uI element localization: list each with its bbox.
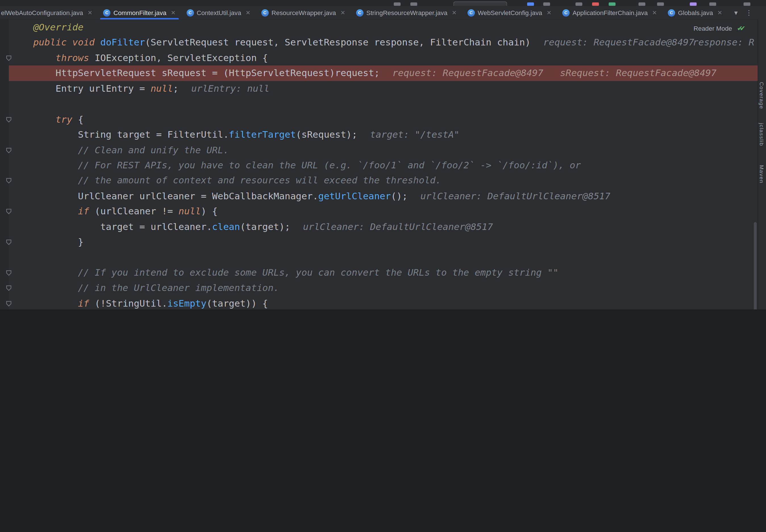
code-line[interactable]: Entry urlEntry = null;urlEntry: null (0, 81, 758, 96)
scrollbar-thumb[interactable] (754, 222, 757, 309)
code-text: // Clean and unify the URL. (33, 144, 229, 155)
toolbar-icon-fragment[interactable] (410, 3, 417, 6)
toolbar-icon-fragment[interactable] (710, 3, 716, 6)
editor-tab[interactable]: CWebServletConfig.java✕ (462, 6, 557, 20)
toolbar-icon-fragment[interactable] (543, 3, 550, 6)
gutter-marker-icon[interactable] (5, 239, 12, 246)
gutter-marker-icon[interactable] (5, 177, 12, 184)
code-line[interactable] (0, 250, 758, 265)
code-line[interactable]: UrlCleaner urlCleaner = WebCallbackManag… (0, 188, 758, 204)
code-text: HttpServletRequest sRequest = (HttpServl… (33, 68, 717, 78)
main-toolbar-clipped (0, 0, 766, 6)
toolbar-icon-fragment[interactable] (394, 3, 401, 6)
code-line[interactable]: try { (0, 112, 758, 127)
tool-window-button-jclasslib[interactable]: jclasslib (759, 123, 765, 146)
code-line[interactable]: // the amount of context and resources w… (0, 173, 758, 188)
code-text: // If you intend to exclude some URLs, y… (33, 267, 558, 278)
close-tab-icon[interactable]: ✕ (652, 9, 657, 16)
code-text: // in the UrlCleaner implementation. (33, 282, 279, 293)
editor-tab[interactable]: CGlobals.java✕ (662, 6, 728, 20)
editor-tab[interactable]: CResourceWrapper.java✕ (256, 6, 351, 20)
code-line[interactable]: throws IOException, ServletException { (0, 50, 758, 66)
code-line[interactable] (0, 96, 758, 112)
toolbar-icon-fragment[interactable] (576, 3, 582, 6)
code-line[interactable]: target = urlCleaner.clean(target);urlCle… (0, 219, 758, 234)
code-text: @Override (33, 22, 83, 32)
inspections-ok-icon[interactable]: ✔✔ (737, 24, 746, 32)
editor-tab[interactable]: CApplicationFilterChain.java✕ (557, 6, 662, 20)
debugger-inline-hint: request: RequestFacade@8497 (543, 37, 694, 48)
toolbar-icon-fragment[interactable] (639, 3, 645, 6)
debugger-inline-hint: target: "/testA" (370, 129, 459, 140)
java-class-icon: C (103, 9, 110, 16)
code-line[interactable]: if (!StringUtil.isEmpty(target)) { (0, 296, 758, 309)
toolbar-icon-fragment[interactable] (609, 3, 616, 6)
code-line[interactable]: public void doFilter(ServletRequest requ… (0, 35, 758, 50)
more-options-icon[interactable]: ⋮ (746, 9, 752, 17)
editor-tabs: elWebAutoConfiguration.java✕CCommonFilte… (0, 6, 729, 20)
close-tab-icon[interactable]: ✕ (717, 9, 722, 16)
debugger-inline-hint: urlEntry: null (191, 83, 269, 94)
code-text: if (urlCleaner != null) { (33, 206, 218, 216)
tab-label: StringResourceWrapper.java (366, 9, 447, 16)
gutter-marker-icon[interactable] (5, 147, 12, 154)
code-text: UrlCleaner urlCleaner = WebCallbackManag… (33, 190, 610, 201)
code-editor[interactable]: @Overridepublic void doFilter(ServletReq… (0, 20, 758, 309)
reader-mode-widget: Reader Mode ✔✔ (694, 24, 746, 32)
java-class-icon: C (261, 9, 269, 16)
code-line[interactable]: HttpServletRequest sRequest = (HttpServl… (0, 66, 758, 81)
tab-label: ApplicationFilterChain.java (572, 9, 648, 16)
chevron-down-icon[interactable]: ▾ (734, 9, 738, 17)
code-text: // For REST APIs, you have to clean the … (33, 160, 581, 170)
gutter-marker-icon[interactable] (5, 116, 12, 123)
toolbar-icon-fragment[interactable] (592, 3, 599, 6)
editor-tab[interactable]: CCommonFilter.java✕ (98, 6, 181, 20)
reader-mode-label[interactable]: Reader Mode (694, 25, 732, 32)
tool-window-button-maven[interactable]: Maven (759, 165, 765, 183)
toolbar-icon-fragment[interactable] (690, 3, 697, 6)
editor-tab-bar: elWebAutoConfiguration.java✕CCommonFilte… (0, 6, 758, 20)
tool-window-button-coverage[interactable]: Coverage (759, 82, 765, 109)
gutter-marker-icon[interactable] (5, 300, 12, 307)
code-line[interactable]: String target = FilterUtil.filterTarget(… (0, 127, 758, 142)
tab-label: elWebAutoConfiguration.java (1, 9, 83, 16)
code-text: } (33, 236, 83, 247)
editor-tab[interactable]: CStringResourceWrapper.java✕ (351, 6, 462, 20)
gutter-marker-icon[interactable] (5, 285, 12, 292)
java-class-icon: C (668, 9, 675, 16)
code-line[interactable]: // For REST APIs, you have to clean the … (0, 158, 758, 173)
debugger-inline-hint: response: R (693, 35, 754, 50)
toolbar-icon-fragment[interactable] (657, 3, 664, 6)
code-text: public void doFilter(ServletRequest requ… (33, 37, 694, 48)
code-line[interactable]: } (0, 234, 758, 250)
toolbar-icon-fragment[interactable] (744, 3, 750, 6)
code-text: target = urlCleaner.clean(target);urlCle… (33, 221, 493, 232)
editor-tab[interactable]: CContextUtil.java✕ (181, 6, 256, 20)
toolbar-icon-fragment[interactable] (527, 3, 534, 6)
editor-tab[interactable]: elWebAutoConfiguration.java✕ (0, 6, 98, 20)
tab-label: CommonFilter.java (113, 9, 166, 16)
code-text: Entry urlEntry = null;urlEntry: null (33, 83, 269, 94)
close-tab-icon[interactable]: ✕ (246, 9, 250, 16)
code-line[interactable]: @Override (0, 20, 758, 35)
gutter-marker-icon[interactable] (5, 269, 12, 276)
tab-label: Globals.java (678, 9, 713, 16)
gutter-marker-icon[interactable] (5, 55, 12, 61)
run-config-combo-fragment[interactable] (453, 1, 507, 6)
close-tab-icon[interactable]: ✕ (340, 9, 345, 16)
code-line[interactable]: // If you intend to exclude some URLs, y… (0, 265, 758, 280)
code-text: throws IOException, ServletException { (33, 52, 268, 63)
tab-label: ContextUtil.java (197, 9, 241, 16)
gutter-marker-icon[interactable] (5, 208, 12, 215)
close-tab-icon[interactable]: ✕ (547, 9, 551, 16)
close-tab-icon[interactable]: ✕ (87, 9, 92, 16)
code-line[interactable]: if (urlCleaner != null) { (0, 204, 758, 219)
code-line[interactable]: // Clean and unify the URL. (0, 142, 758, 158)
close-tab-icon[interactable]: ✕ (171, 9, 175, 16)
code-text: String target = FilterUtil.filterTarget(… (33, 129, 459, 140)
tab-label: WebServletConfig.java (478, 9, 542, 16)
code-line[interactable]: // in the UrlCleaner implementation. (0, 280, 758, 296)
code-lines: @Overridepublic void doFilter(ServletReq… (0, 20, 758, 309)
close-tab-icon[interactable]: ✕ (452, 9, 457, 16)
debugger-inline-hint: urlCleaner: DefaultUrlCleaner@8517 (420, 190, 610, 201)
